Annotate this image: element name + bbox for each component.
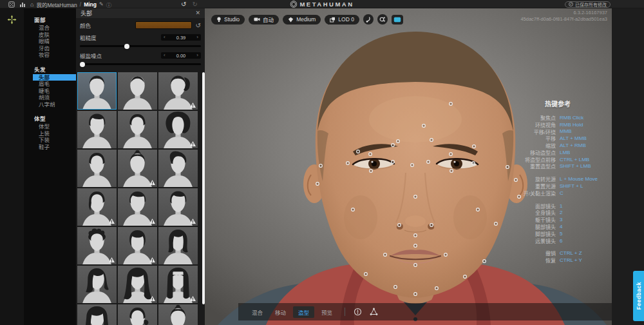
noise-label: 椒盐噪点: [80, 52, 161, 59]
quality-medium-button[interactable]: Medium: [283, 15, 321, 25]
hotkey-value: CTRL + Z: [560, 250, 609, 256]
home-icon[interactable]: ⌂: [30, 1, 33, 8]
screen-toggle-button[interactable]: [392, 15, 403, 25]
breadcrumb-root[interactable]: 我的MetaHuman: [36, 1, 77, 8]
sidebar-item[interactable]: 牙齿: [24, 45, 76, 52]
hairstyle-thumbnail-2[interactable]: [118, 72, 157, 110]
hairstyle-thumbnail-6[interactable]: [158, 111, 198, 148]
sidebar-item[interactable]: 体型: [24, 123, 76, 130]
viewport-3d[interactable]: Studio 自动 Medium LOD 0: [205, 8, 612, 325]
tab-move[interactable]: 移动: [270, 306, 291, 318]
roughness-stepper[interactable]: ‹ 0.39 ›: [161, 34, 201, 41]
hairstyle-thumbnail-17[interactable]: [118, 266, 157, 303]
stepper-left-icon[interactable]: ‹: [164, 35, 166, 40]
divider: [345, 308, 345, 316]
hairstyle-thumbnail-14[interactable]: [118, 227, 157, 264]
hotkey-label: 恢复: [507, 257, 556, 264]
lod-button[interactable]: LOD 0: [325, 15, 359, 25]
hotkey-value: SHIFT + LMB: [560, 163, 609, 169]
tab-sculpt[interactable]: 造型: [293, 306, 314, 318]
sidebar-item[interactable]: 胡须: [24, 94, 76, 101]
marker-display-icon[interactable]: [352, 307, 363, 317]
sidebar-item[interactable]: 下装: [24, 137, 76, 144]
camera-auto-button[interactable]: 自动: [249, 15, 279, 25]
wireframe-icon[interactable]: [368, 307, 379, 317]
hairstyle-thumbnail-20[interactable]: [118, 304, 157, 325]
grid-scrollbar[interactable]: [202, 72, 205, 304]
hotkey-label: 缩放: [507, 142, 556, 149]
hotkey-reference-panel: 热键参考 聚焦点RMB Click环绕视角RMB Hold平移/环绕MMB平移A…: [507, 99, 609, 270]
sidebar-item[interactable]: 混合: [24, 25, 76, 32]
hairstyle-thumbnail-18[interactable]: [158, 266, 198, 303]
sidebar-section-0: 面部: [24, 14, 76, 25]
rename-icon[interactable]: ✎: [99, 1, 104, 7]
chart-icon[interactable]: [19, 1, 26, 8]
hotkey-row: 平移ALT + MMB: [507, 135, 609, 142]
hairstyle-thumbnail-8[interactable]: [118, 150, 157, 187]
sidebar-item[interactable]: 八字胡: [24, 101, 76, 108]
hairstyle-thumbnail-3[interactable]: [158, 72, 198, 110]
stepper-right-icon[interactable]: ›: [196, 35, 198, 40]
hotkey-label: 平移: [507, 135, 556, 142]
roughness-slider[interactable]: [80, 45, 201, 47]
reset-color-icon[interactable]: ↺: [192, 22, 201, 29]
hotkey-label: 重置造型点: [507, 162, 556, 170]
hairstyle-thumbnail-15[interactable]: [158, 227, 198, 264]
info-icon[interactable]: ⓘ: [106, 1, 112, 8]
topbar: ⌂ 我的MetaHuman / Ming ✎ ⓘ ↺ ↻ METAHUMAN ✓…: [0, 0, 644, 8]
undo-icon[interactable]: ↺: [181, 1, 186, 8]
color-swatch[interactable]: [135, 21, 192, 29]
hairstyle-thumbnail-13[interactable]: [77, 227, 117, 264]
hairstyle-thumbnail-9[interactable]: [158, 150, 198, 187]
dice-icon[interactable]: [8, 1, 15, 8]
sidebar-item[interactable]: 皮肤: [24, 32, 76, 39]
tab-preview[interactable]: 预览: [316, 306, 337, 318]
feedback-button[interactable]: Feedback: [633, 271, 644, 321]
panel-header: 头部 ✕: [76, 8, 205, 18]
close-icon[interactable]: ✕: [195, 10, 200, 16]
hairstyle-thumbnail-5[interactable]: [118, 111, 157, 148]
noise-slider[interactable]: [80, 63, 201, 65]
sidebar-item[interactable]: 妆容: [24, 52, 76, 59]
sidebar-item[interactable]: 眉毛: [24, 81, 76, 88]
warning-icon: [190, 296, 196, 301]
hairstyle-thumbnail-7[interactable]: [77, 150, 117, 187]
roughness-slider-thumb[interactable]: [124, 44, 129, 49]
metahuman-logo: METAHUMAN: [290, 0, 354, 8]
sidebar-item[interactable]: 眼睛: [24, 38, 76, 45]
sidebar-item[interactable]: 头部: [33, 74, 76, 81]
stepper-left-icon[interactable]: ‹: [164, 53, 166, 58]
noise-slider-thumb[interactable]: [80, 62, 85, 67]
tab-blend[interactable]: 混合: [247, 306, 268, 318]
hairstyle-thumbnail-11[interactable]: [118, 188, 157, 226]
hotkey-row: 全身镜头2: [507, 210, 609, 217]
hotkey-label: 旋转光源: [507, 175, 556, 182]
hotkey-label: 移动造型点: [507, 149, 556, 156]
particles-toggle-button[interactable]: [377, 14, 388, 25]
hairstyle-thumbnail-1[interactable]: [77, 72, 117, 110]
hairstyle-thumbnail-10[interactable]: [77, 188, 117, 226]
move-gizmo-icon[interactable]: [7, 15, 17, 27]
color-row: 颜色 ↺: [80, 21, 201, 29]
hairstyle-thumbnail-21[interactable]: [158, 304, 198, 325]
warning-icon: [190, 219, 196, 224]
hotkey-value: ALT + RMB: [560, 143, 609, 148]
hotkey-value: LMB: [560, 150, 609, 155]
stepper-right-icon[interactable]: ›: [196, 53, 198, 58]
hotkey-label: 腿部镜头: [507, 223, 556, 230]
redo-icon[interactable]: ↻: [192, 1, 197, 8]
hair-strand-toggle-button[interactable]: [363, 14, 374, 25]
noise-stepper[interactable]: ‹ 0.00 ›: [161, 52, 201, 59]
hotkey-value: MMB: [560, 128, 609, 134]
hotkey-title: 热键参考: [507, 99, 609, 108]
hairstyle-thumbnail-19[interactable]: [77, 304, 117, 325]
sidebar-section-1: 头发: [24, 63, 76, 74]
hairstyle-thumbnail-12[interactable]: [158, 188, 198, 226]
sidebar-item[interactable]: 睫毛: [24, 88, 76, 95]
hairstyle-thumbnail-4[interactable]: [77, 111, 117, 148]
sidebar-item[interactable]: 上装: [24, 130, 76, 137]
noise-value: 0.00: [176, 53, 186, 59]
sidebar-item[interactable]: 鞋子: [24, 144, 76, 151]
hairstyle-thumbnail-16[interactable]: [77, 266, 117, 303]
lighting-studio-button[interactable]: Studio: [211, 15, 245, 25]
